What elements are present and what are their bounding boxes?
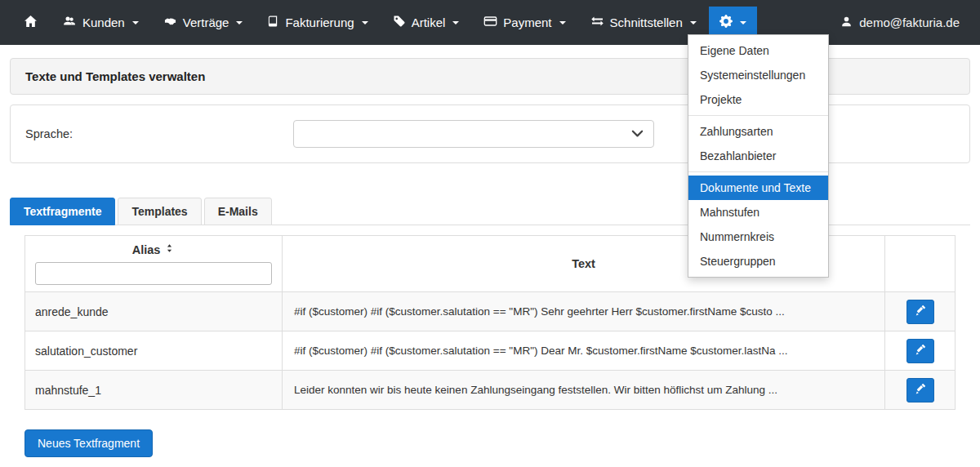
nav-home[interactable] <box>11 0 50 45</box>
edit-button[interactable] <box>906 378 934 403</box>
user-email: demo@fakturia.de <box>859 16 960 29</box>
sort-icon <box>164 242 175 256</box>
menu-item-systemeinstellungen[interactable]: Systemeinstellungen <box>688 63 828 87</box>
chevron-down-icon <box>132 21 139 24</box>
edit-button[interactable] <box>906 339 934 363</box>
edit-button[interactable] <box>906 300 934 324</box>
text-cell: Leider konnten wir bis heute keinen Zahl… <box>283 371 885 410</box>
nav-vertraege[interactable]: Verträge <box>151 0 256 45</box>
nav-item-label: Kunden <box>82 16 125 29</box>
navbar-menu: Kunden Verträge Fakturierung Artikel Pay <box>11 0 757 45</box>
language-select[interactable] <box>293 120 654 148</box>
text-cell: #if ($customer) #if ($customer.salutatio… <box>283 331 885 371</box>
chevron-down-icon <box>236 21 243 24</box>
alias-cell: salutation_customer <box>25 331 283 371</box>
user-menu[interactable]: demo@fakturia.de <box>840 0 960 45</box>
action-cell <box>885 292 956 331</box>
tab-emails[interactable]: E-Mails <box>204 198 272 225</box>
nav-item-label: Schnittstellen <box>610 16 683 29</box>
menu-item-bezahlanbieter[interactable]: Bezahlanbieter <box>688 144 828 168</box>
person-icon <box>840 16 853 30</box>
tags-icon <box>393 15 406 30</box>
invoices-icon <box>267 15 279 30</box>
nav-item-label: Fakturierung <box>285 16 354 29</box>
menu-item-zahlungsarten[interactable]: Zahlungsarten <box>688 119 828 144</box>
nav-item-label: Payment <box>503 16 551 29</box>
home-icon <box>24 15 38 31</box>
navbar: Kunden Verträge Fakturierung Artikel Pay <box>0 0 980 45</box>
table-row: anrede_kunde #if ($customer) #if ($custo… <box>25 292 956 331</box>
chevron-down-icon <box>740 21 746 24</box>
text-cell: #if ($customer) #if ($customer.salutatio… <box>283 292 885 331</box>
alias-column-label: Alias <box>132 243 161 256</box>
menu-divider <box>688 115 828 116</box>
tab-textfragmente[interactable]: Textfragmente <box>10 198 115 225</box>
alias-cell: anrede_kunde <box>25 292 283 331</box>
settings-dropdown: Eigene Daten Systemeinstellungen Projekt… <box>688 34 829 278</box>
chevron-down-icon <box>559 21 566 24</box>
nav-kunden[interactable]: Kunden <box>50 0 151 45</box>
chevron-down-icon <box>631 127 644 141</box>
menu-item-dokumente-und-texte[interactable]: Dokumente und Texte <box>688 176 828 200</box>
alias-cell: mahnstufe_1 <box>25 371 283 410</box>
tab-templates[interactable]: Templates <box>118 198 201 225</box>
table-row: mahnstufe_1 Leider konnten wir bis heute… <box>25 371 956 410</box>
page-title: Texte und Templates verwalten <box>25 69 205 83</box>
exchange-icon <box>590 15 604 30</box>
users-icon <box>62 15 77 30</box>
main-content: Texte und Templates verwalten Sprache: T… <box>0 45 980 457</box>
chevron-down-icon <box>690 21 697 24</box>
action-cell <box>885 371 956 410</box>
contracts-icon <box>163 16 177 30</box>
menu-divider <box>688 171 828 172</box>
menu-item-mahnstufen[interactable]: Mahnstufen <box>688 200 828 225</box>
credit-card-icon <box>483 15 497 30</box>
actions-column-header <box>885 236 956 292</box>
pencil-icon <box>915 345 925 358</box>
alias-sort-header[interactable]: Alias <box>35 242 272 256</box>
alias-filter-input[interactable] <box>35 262 272 285</box>
nav-item-label: Artikel <box>412 16 446 29</box>
menu-item-eigene-daten[interactable]: Eigene Daten <box>688 38 828 63</box>
action-cell <box>885 331 956 371</box>
app-root: Kunden Verträge Fakturierung Artikel Pay <box>0 0 980 467</box>
new-textfragment-button[interactable]: Neues Textfragment <box>24 429 153 457</box>
nav-payment[interactable]: Payment <box>471 0 577 45</box>
nav-artikel[interactable]: Artikel <box>381 0 472 45</box>
menu-item-projekte[interactable]: Projekte <box>688 87 828 112</box>
nav-item-label: Verträge <box>183 16 229 29</box>
pencil-icon <box>915 384 925 397</box>
table-row: salutation_customer #if ($customer) #if … <box>25 331 956 371</box>
pencil-icon <box>915 305 925 318</box>
language-label: Sprache: <box>25 127 293 140</box>
gear-icon <box>719 15 733 30</box>
chevron-down-icon <box>362 21 368 24</box>
menu-item-nummernkreis[interactable]: Nummernkreis <box>688 225 828 249</box>
alias-column-header: Alias <box>25 236 283 292</box>
nav-fakturierung[interactable]: Fakturierung <box>255 0 380 45</box>
menu-item-steuergruppen[interactable]: Steuergruppen <box>688 249 828 274</box>
chevron-down-icon <box>452 21 459 24</box>
